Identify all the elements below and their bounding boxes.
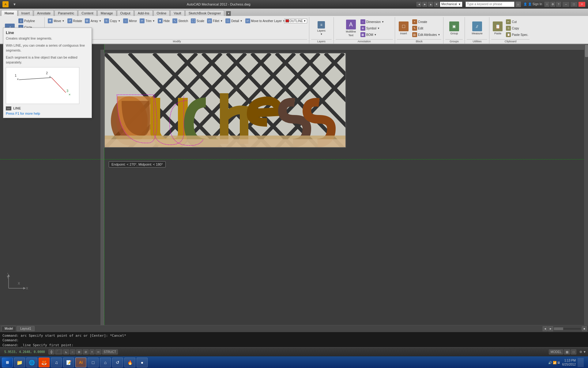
dimension-btn[interactable]: ↔ Dimension ▼ xyxy=(359,19,385,25)
edit-attributes-btn[interactable]: ▤ Edit Attributes ▼ xyxy=(411,32,442,38)
view-btn1[interactable]: ▦ xyxy=(564,349,570,355)
signin-btn[interactable]: Sign In xyxy=(533,2,542,6)
copy-btn[interactable]: ⎘ Copy ▼ xyxy=(103,18,122,24)
fillet-btn[interactable]: ◰ Fillet ▼ xyxy=(206,18,224,24)
multiline-text-btn[interactable]: A Multiline Text xyxy=(343,18,359,38)
outline-ctrl[interactable]: OUTLINE ▼ xyxy=(284,19,307,23)
tab-parametric[interactable]: Parametric xyxy=(55,10,77,16)
rotate-btn[interactable]: ↺ Rotate xyxy=(66,18,83,24)
nav-up[interactable]: ▲ xyxy=(428,2,433,7)
insert-btn[interactable]: □ Insert xyxy=(397,20,410,36)
paste-special-icon: 📋 xyxy=(506,32,511,37)
layers-btn[interactable]: ≡ Layers ▼ xyxy=(316,20,327,37)
tooltip-icon: — xyxy=(6,106,11,110)
sync-btn[interactable]: ↺ xyxy=(112,358,123,367)
browser-btn[interactable]: 🌐 xyxy=(26,358,37,367)
paste-icon: 📋 xyxy=(493,21,503,31)
info-icon[interactable]: i xyxy=(545,2,549,7)
more-tabs-btn[interactable]: ▼ xyxy=(226,11,231,16)
group-block: □ Insert + Create ✎ Edit ▤ Edit Attribut… xyxy=(395,17,444,44)
firefox-btn[interactable]: 🦊 xyxy=(39,358,50,367)
minimize-btn[interactable]: – xyxy=(562,2,570,7)
copy-clip-btn[interactable]: ⎘ Copy xyxy=(505,25,530,31)
mirror-btn[interactable]: ↔ Mirror xyxy=(122,18,138,24)
tab-insert[interactable]: Insert xyxy=(18,10,33,16)
scrollbar-horizontal[interactable] xyxy=(554,327,581,330)
trim-btn[interactable]: ✂ Trim ▼ xyxy=(138,18,156,24)
group-annotation-label: Annotation xyxy=(336,39,393,43)
snap-btn[interactable]: ╬ xyxy=(48,349,54,355)
cut-btn[interactable]: ✂ Cut xyxy=(505,19,530,25)
symbol-btn[interactable]: ⊕ Symbol ▼ xyxy=(359,25,385,31)
paste-btn[interactable]: 📋 Paste xyxy=(491,20,504,36)
app-btn3[interactable]: 🔥 xyxy=(124,358,135,367)
start-button[interactable]: ⊞ xyxy=(2,358,13,367)
svg-rect-30 xyxy=(105,139,346,148)
hide-btn[interactable]: ■ Hide xyxy=(156,18,171,24)
otrack-btn[interactable]: ⊘ xyxy=(83,349,89,355)
tab-scroll-left[interactable]: ◄ xyxy=(543,326,548,331)
nav-back[interactable]: ◄ xyxy=(417,2,421,7)
clipboard-buttons: 📋 Paste ✂ Cut ⎘ Copy 📋 Paste Spec. xyxy=(491,18,530,39)
grid-btn[interactable]: ⬛ xyxy=(55,349,62,355)
dynin-btn[interactable]: + xyxy=(89,349,95,355)
illustrator-btn[interactable]: Ai xyxy=(75,358,86,367)
search-icon[interactable]: ⌕ xyxy=(515,2,521,7)
settings-icon[interactable]: ⚙ xyxy=(550,2,555,7)
app-btn4[interactable]: ● xyxy=(137,358,148,367)
move-btn[interactable]: ✥ Move ▼ xyxy=(47,18,66,24)
nav-forward[interactable]: ► xyxy=(422,2,427,7)
app-btn1[interactable]: □ xyxy=(88,358,99,367)
music-btn[interactable]: ♫ xyxy=(51,358,62,367)
menu-item[interactable]: ▼ xyxy=(11,2,18,7)
create-btn[interactable]: + Create xyxy=(411,19,442,25)
notepad-btn[interactable]: 📝 xyxy=(63,358,74,367)
tab-model[interactable]: Model xyxy=(1,326,16,331)
search-input[interactable] xyxy=(466,2,514,7)
outline-dropdown[interactable]: ▼ xyxy=(303,20,306,22)
tab-online[interactable]: Online xyxy=(153,10,170,16)
detail-btn[interactable]: □ Detail ▼ xyxy=(224,18,244,24)
view-btn2[interactable]: □ xyxy=(571,349,576,355)
scale-btn[interactable]: ⛶ Scale xyxy=(190,18,205,24)
group-block-label: Block xyxy=(397,39,442,43)
polar-btn[interactable]: ○ xyxy=(70,349,75,355)
struct-btn[interactable]: STRUCT xyxy=(102,349,118,355)
tab-vault[interactable]: Vault xyxy=(170,10,184,16)
maximize-btn[interactable]: □ xyxy=(570,2,578,7)
tab-output[interactable]: Output xyxy=(117,10,134,16)
paste-special-btn[interactable]: 📋 Paste Spec. xyxy=(505,32,530,38)
tab-content[interactable]: Content xyxy=(78,10,97,16)
explorer-btn[interactable]: 📁 xyxy=(14,358,25,367)
nav-down[interactable]: ▼ xyxy=(434,2,439,7)
array-btn[interactable]: ⯐ Array ▼ xyxy=(84,18,103,24)
stretch-btn[interactable]: ⤡ Stretch xyxy=(171,18,189,24)
lineweight-btn[interactable]: ═ xyxy=(95,349,101,355)
tab-layout1[interactable]: Layout1 xyxy=(17,326,35,331)
show-desktop-btn[interactable] xyxy=(578,358,584,367)
polyline-btn[interactable]: ⍇ Polyline xyxy=(17,18,43,24)
tab-sketchbook[interactable]: SketchBook Designer xyxy=(185,10,224,16)
tab-manage[interactable]: Manage xyxy=(97,10,116,16)
create-label: Create xyxy=(418,20,427,24)
app-btn2[interactable]: ⌂ xyxy=(100,358,111,367)
scrollbar-vertical[interactable] xyxy=(584,44,588,325)
tab-home[interactable]: Home xyxy=(1,10,17,16)
move-layer-btn[interactable]: ↩ Move to Another Layer ▼ xyxy=(244,18,284,24)
tab-scroll-right[interactable]: ► xyxy=(548,326,553,331)
bom-btn[interactable]: ▦ BOM ▼ xyxy=(359,32,385,38)
multiline-sub: Text xyxy=(348,34,353,37)
tab-addins[interactable]: Add-Ins xyxy=(134,10,153,16)
measure-btn[interactable]: ⫽ Measure xyxy=(470,20,484,36)
group-btn[interactable]: ▣ Group xyxy=(448,20,461,36)
help-icon[interactable]: ? xyxy=(556,2,561,7)
tab-annotate[interactable]: Annotate xyxy=(34,10,54,16)
scroll-thumb-h[interactable] xyxy=(554,328,563,330)
edit-btn[interactable]: ✎ Edit xyxy=(411,25,442,31)
scroll-thumb-v[interactable] xyxy=(585,45,588,57)
osnap-btn[interactable]: ⊕ xyxy=(76,349,82,355)
ortho-btn[interactable]: ⊾ xyxy=(63,349,69,355)
close-btn[interactable]: ✕ xyxy=(578,2,586,7)
model-btn[interactable]: MODEL xyxy=(549,349,564,355)
workspace-dropdown-icon[interactable]: ▼ xyxy=(458,3,461,6)
